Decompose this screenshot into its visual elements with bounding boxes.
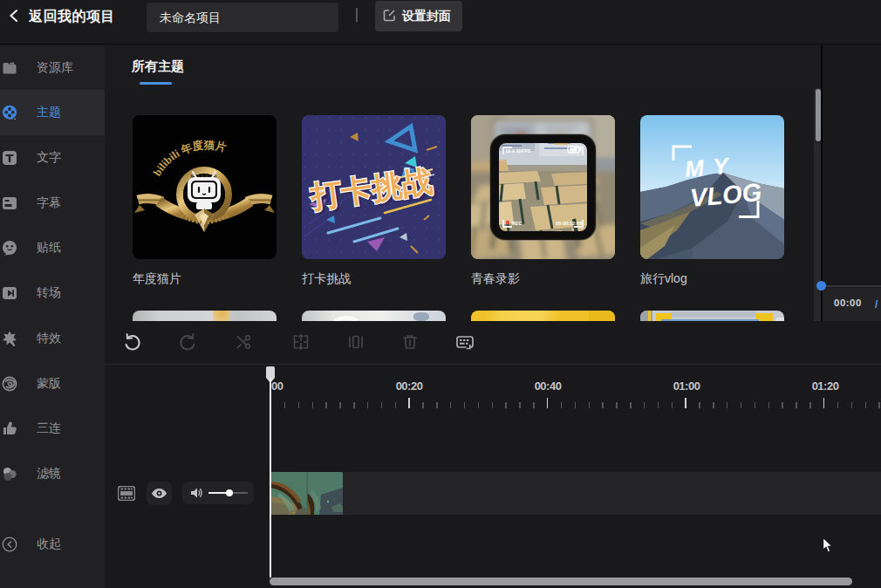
svg-text:M Y: M Y	[684, 153, 732, 182]
svg-text:REC: REC	[512, 221, 522, 226]
svg-text:16:9 30FPS: 16:9 30FPS	[505, 148, 531, 154]
svg-text:00:00:12:08: 00:00:12:08	[556, 221, 582, 226]
